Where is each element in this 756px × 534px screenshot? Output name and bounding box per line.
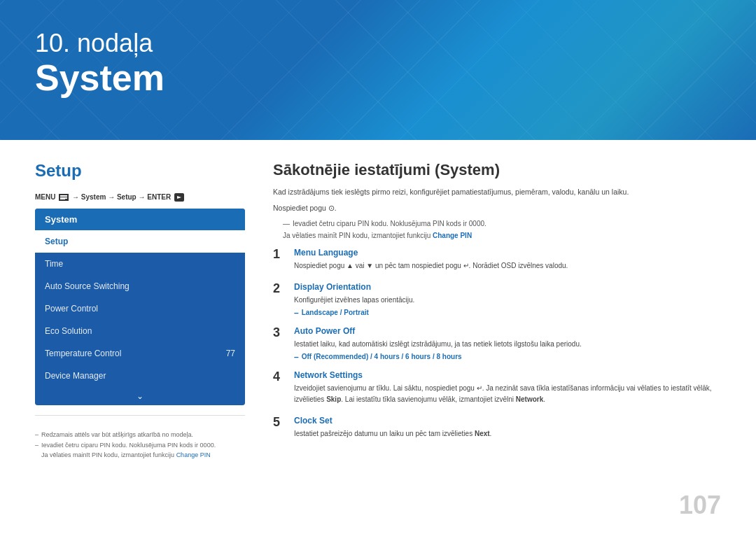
header: 10. nodaļa System (0, 0, 756, 140)
system-menu: System Setup Time Auto Source Switching … (35, 209, 245, 405)
item-content-1: Menu Language Nospiediet pogu ▲ vai ▼ un… (294, 248, 721, 274)
system-label: System (35, 58, 164, 98)
note-text-3: Ja vēlaties mainīt PIN kodu, izmantojiet… (41, 450, 211, 460)
sub-text-3: Off (Recommended) / 4 hours / 6 hours / … (302, 353, 462, 360)
item-number-1: 1 (273, 248, 286, 262)
bottom-notes: – Redzamais attēls var būt atšķirīgs atk… (35, 430, 245, 460)
item-desc-2: Konfigurējiet izvēlnes lapas orientāciju… (294, 295, 721, 306)
numbered-item-2: 2 Display Orientation Konfigurējiet izvē… (273, 282, 721, 318)
sub-text-2: Landscape / Portrait (302, 309, 369, 316)
item-number-2: 2 (273, 282, 286, 296)
system-menu-header: System (35, 209, 245, 230)
item-desc-3: Iestatiet laiku, kad automātiski izslēgt… (294, 339, 721, 350)
temperature-label: Temperature Control (45, 349, 121, 358)
dash-3: – (294, 352, 299, 362)
note-line-1: – Redzamais attēls var būt atšķirīgs atk… (35, 430, 245, 440)
item-desc-1: Nospiediet pogu ▲ vai ▼ un pēc tam nospi… (294, 260, 721, 272)
menu-path-text: MENU → System → Setup → ENTER (35, 193, 184, 202)
note-line-2: – Ievadiet četru ciparu PIN kodu. Noklus… (35, 440, 245, 450)
item-heading-1: Menu Language (294, 248, 721, 258)
main-content: Setup MENU → System → Setup → ENTER Syst… (0, 140, 756, 534)
item-content-4: Network Settings Izveidojiet savienojumu… (294, 370, 721, 407)
item-sub-2: – Landscape / Portrait (294, 308, 721, 318)
right-column: Sākotnējie iestatījumi (System) Kad izst… (273, 161, 721, 520)
item-sub-3: – Off (Recommended) / 4 hours / 6 hours … (294, 352, 721, 362)
next-link: Next (475, 430, 490, 437)
temperature-value: 77 (226, 349, 235, 358)
pin-note-2-text: Ja vēlaties mainīt PIN kodu, izmantojiet… (283, 232, 472, 239)
note-line-3: Ja vēlaties mainīt PIN kodu, izmantojiet… (35, 450, 245, 460)
page-number: 107 (679, 491, 721, 520)
pin-note-2: Ja vēlaties mainīt PIN kodu, izmantojiet… (283, 230, 721, 241)
network-link: Network (516, 395, 543, 403)
item-number-5: 5 (273, 416, 286, 430)
menu-item-power-control[interactable]: Power Control (35, 297, 245, 320)
change-pin-link-right[interactable]: Change PIN (433, 232, 472, 239)
menu-path: MENU → System → Setup → ENTER (35, 193, 245, 202)
item-desc-5: Iestatiet pašreizējo datumu un laiku un … (294, 428, 721, 440)
item-content-5: Clock Set Iestatiet pašreizējo datumu un… (294, 416, 721, 442)
numbered-item-5: 5 Clock Set Iestatiet pašreizējo datumu … (273, 416, 721, 442)
menu-item-temperature[interactable]: Temperature Control 77 (35, 342, 245, 365)
item-heading-5: Clock Set (294, 416, 721, 426)
numbered-section: 1 Menu Language Nospiediet pogu ▲ vai ▼ … (273, 248, 721, 442)
section-title: Setup (35, 161, 245, 181)
menu-item-time[interactable]: Time (35, 253, 245, 275)
item-heading-4: Network Settings (294, 370, 721, 380)
menu-chevron-down[interactable]: ⌄ (35, 387, 245, 405)
chapter-label: 10. nodaļa (35, 28, 164, 58)
item-content-2: Display Orientation Konfigurējiet izvēln… (294, 282, 721, 318)
item-desc-4: Izveidojiet savienojumu ar tīklu. Lai sā… (294, 383, 721, 405)
right-title: Sākotnējie iestatījumi (System) (273, 161, 721, 179)
numbered-item-4: 4 Network Settings Izveidojiet savienoju… (273, 370, 721, 407)
menu-item-eco-solution[interactable]: Eco Solution (35, 320, 245, 342)
menu-item-setup[interactable]: Setup (35, 230, 245, 253)
intro-text-1: Kad izstrādājums tiek ieslēgts pirmo rei… (273, 186, 721, 198)
header-title: 10. nodaļa System (35, 28, 164, 98)
intro-text-2: Nospiediet pogu ⊙. (273, 202, 721, 214)
item-number-4: 4 (273, 370, 286, 384)
left-column: Setup MENU → System → Setup → ENTER Syst… (35, 161, 245, 520)
change-pin-link-bottom[interactable]: Change PIN (176, 451, 211, 458)
note-text-2: Ievadiet četru ciparu PIN kodu. Noklusēj… (41, 440, 216, 450)
item-heading-2: Display Orientation (294, 282, 721, 292)
numbered-item-1: 1 Menu Language Nospiediet pogu ▲ vai ▼ … (273, 248, 721, 274)
menu-item-auto-source[interactable]: Auto Source Switching (35, 275, 245, 297)
menu-item-device-manager[interactable]: Device Manager (35, 365, 245, 387)
item-heading-3: Auto Power Off (294, 326, 721, 336)
skip-link: Skip (326, 395, 341, 403)
pin-note-1: —Ievadiet četru ciparu PIN kodu. Noklusē… (283, 218, 721, 229)
item-content-3: Auto Power Off Iestatiet laiku, kad auto… (294, 326, 721, 362)
divider (35, 415, 245, 416)
note-text-1: Redzamais attēls var būt atšķirīgs atkar… (41, 430, 193, 440)
item-number-3: 3 (273, 326, 286, 340)
dash-2: – (294, 308, 299, 318)
numbered-item-3: 3 Auto Power Off Iestatiet laiku, kad au… (273, 326, 721, 362)
